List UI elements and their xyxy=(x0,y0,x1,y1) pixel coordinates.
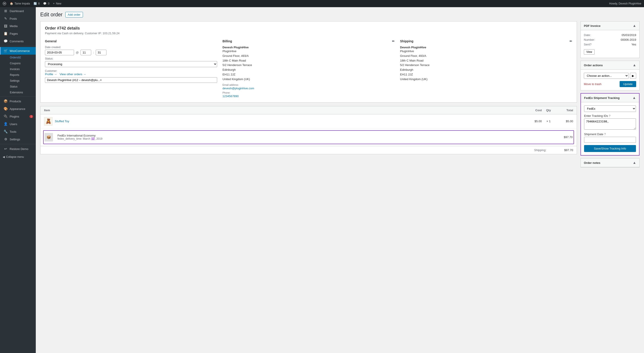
product-thumbnail: 🧸 xyxy=(44,117,52,126)
sidebar-item-plugins[interactable]: 🔌 Plugins 1 xyxy=(0,113,36,120)
submenu-item-settings[interactable]: Settings xyxy=(0,78,36,84)
order-details-card: Order #742 details Payment via Cash on d… xyxy=(40,21,577,103)
site-name[interactable]: 🏠 Tame Impala xyxy=(10,2,30,5)
table-row: 🧸 Stuffed Toy $5.00 × 1 $5.00 xyxy=(40,114,577,129)
sidebar-item-tools[interactable]: 🔧 Tools xyxy=(0,128,36,135)
phone-label: Phone: xyxy=(222,91,395,94)
sidebar-item-label: Dashboard xyxy=(10,10,24,13)
shipment-date-help-icon[interactable]: ? xyxy=(604,133,606,136)
sidebar-item-label: Posts xyxy=(10,17,17,20)
sidebar-item-comments[interactable]: 💬 Comments xyxy=(0,37,36,45)
date-input[interactable] xyxy=(45,50,74,55)
collapse-menu-btn[interactable]: ◀ Collapse menu xyxy=(0,153,36,161)
order-notes-header: Order notes ▲ xyxy=(581,158,639,167)
settings-icon: ⚙ xyxy=(3,137,8,141)
submenu-item-coupons[interactable]: Coupons xyxy=(0,61,36,66)
order-notes-toggle[interactable]: ▲ xyxy=(632,161,636,165)
shipment-date-label: Shipment Date ? xyxy=(584,133,636,136)
shipping-total-label: Shipping: xyxy=(534,148,546,152)
products-icon: 📦 xyxy=(3,99,8,103)
view-invoice-button[interactable]: View xyxy=(584,49,594,55)
sidebar-item-restore[interactable]: ↩ Restore Demo xyxy=(0,145,36,153)
howdy-text: Howdy, Devesh PluginHive xyxy=(609,2,641,5)
fedex-tracking-toggle[interactable]: ▲ xyxy=(632,96,636,100)
order-notes-title: Order notes xyxy=(584,161,600,165)
add-order-button[interactable]: Add order xyxy=(65,12,83,18)
submenu-item-invoices[interactable]: Invoices xyxy=(0,66,36,72)
move-trash-link[interactable]: Move to trash xyxy=(584,82,602,86)
sidebar-item-dashboard[interactable]: ⊞ Dashboard xyxy=(0,7,36,15)
admin-bar: W 🏠 Tame Impala 🔄 8 💬 0 + New Howdy, Dev… xyxy=(0,0,644,7)
sidebar-item-posts[interactable]: ✎ Posts xyxy=(0,15,36,22)
save-tracking-button[interactable]: Save/Show Tracking Info xyxy=(584,145,636,152)
totals-section: Shipping: $97.70 xyxy=(40,146,577,154)
billing-phone: 1234567890 xyxy=(222,95,395,98)
appearance-icon: 🎨 xyxy=(3,107,8,111)
pdf-invoice-header: PDF Invoice ▲ xyxy=(581,22,639,30)
general-section: General Date created: @ : Status: xyxy=(45,39,217,98)
sidebar-item-label: Pages xyxy=(10,32,18,35)
sidebar-item-appearance[interactable]: 🎨 Appearance xyxy=(0,105,36,113)
shipping-city: Edinburgh xyxy=(400,68,572,72)
tools-icon: 🔧 xyxy=(3,130,8,134)
sidebar-item-pages[interactable]: 📋 Pages xyxy=(0,30,36,37)
tracking-ids-textarea[interactable]: 794664223198, xyxy=(584,118,636,130)
billing-address2: 18th C Main Road xyxy=(222,59,395,63)
shipment-date-input[interactable] xyxy=(584,137,636,143)
time-min-input[interactable] xyxy=(96,50,106,55)
restore-icon: ↩ xyxy=(3,147,8,151)
billing-email: devesh@pluginhive.com xyxy=(222,87,395,90)
date-label: Date created: xyxy=(45,46,217,49)
status-select[interactable]: Processing Pending payment On hold Compl… xyxy=(45,61,217,67)
action-go-button[interactable]: ▶ xyxy=(630,73,636,79)
sidebar-item-media[interactable]: 🖼 Media xyxy=(0,22,36,30)
billing-title: Billing ✏ xyxy=(222,39,395,43)
sidebar-item-settings[interactable]: ⚙ Settings xyxy=(0,135,36,143)
customer-input[interactable] xyxy=(45,77,217,83)
action-select[interactable]: Choose an action... xyxy=(584,73,628,79)
submenu-label: Invoices xyxy=(10,68,20,71)
pdf-invoice-toggle[interactable]: ▲ xyxy=(632,24,636,28)
wp-logo[interactable]: W xyxy=(3,2,6,5)
plugins-icon: 🔌 xyxy=(3,114,8,118)
fedex-carrier-select[interactable]: FedEx xyxy=(584,105,636,112)
order-actions-toggle[interactable]: ▲ xyxy=(632,63,636,67)
updates-item[interactable]: 🔄 8 xyxy=(34,2,40,5)
shipping-title: Shipping ✏ xyxy=(400,39,572,43)
product-name: Stuffed Toy xyxy=(55,120,69,123)
pages-icon: 📋 xyxy=(3,32,8,36)
order-notes-panel: Order notes ▲ xyxy=(580,158,640,167)
sidebar-item-label: Restore Demo xyxy=(10,147,28,151)
submenu-item-reports[interactable]: Reports xyxy=(0,72,36,78)
new-item[interactable]: + New xyxy=(53,2,61,5)
time-hour-input[interactable] xyxy=(80,50,91,55)
update-button[interactable]: Update xyxy=(620,81,636,87)
customer-links: Profile → View other orders → xyxy=(45,73,217,76)
sidebar-item-products[interactable]: 📦 Products xyxy=(0,97,36,105)
shipping-country: United Kingdom (UK) xyxy=(400,77,572,82)
submenu-item-orders[interactable]: Orders 92 xyxy=(0,55,36,61)
sidebar-item-users[interactable]: 👤 Users xyxy=(0,120,36,128)
profile-link[interactable]: Profile → xyxy=(45,73,57,76)
shipping-section: Shipping ✏ Devesh PluginHive PluginHive … xyxy=(400,39,572,98)
invoice-number-row: Number: 00006-2019 xyxy=(584,38,636,42)
comments-item[interactable]: 💬 0 xyxy=(43,2,50,5)
action-select-row: Choose an action... ▶ xyxy=(584,73,636,79)
sidebar-item-label: Products xyxy=(10,100,21,103)
submenu-label: Settings xyxy=(10,79,20,82)
dashboard-icon: ⊞ xyxy=(3,9,8,13)
order-actions-panel: Order actions ▲ Choose an action... ▶ Mo… xyxy=(580,61,640,90)
submenu-label: Coupons xyxy=(10,62,20,65)
shipping-edit-icon[interactable]: ✏ xyxy=(570,39,572,43)
sidebar-item-label: Settings xyxy=(10,138,20,141)
items-table: Item Cost Qty Total 🧸 Stuffed Toy xyxy=(40,106,577,154)
product-cost: $5.00 xyxy=(524,120,542,123)
sidebar-item-label: Appearance xyxy=(10,107,25,111)
billing-edit-icon[interactable]: ✏ xyxy=(392,39,395,43)
submenu-item-extensions[interactable]: Extensions xyxy=(0,90,36,95)
tracking-ids-help-icon[interactable]: ? xyxy=(609,114,610,118)
submenu-item-status[interactable]: Status xyxy=(0,84,36,90)
sidebar-item-woocommerce[interactable]: 🛒 WooCommerce xyxy=(0,47,36,55)
shipping-company: PluginHive xyxy=(400,49,572,54)
other-orders-link[interactable]: View other orders → xyxy=(60,73,86,76)
